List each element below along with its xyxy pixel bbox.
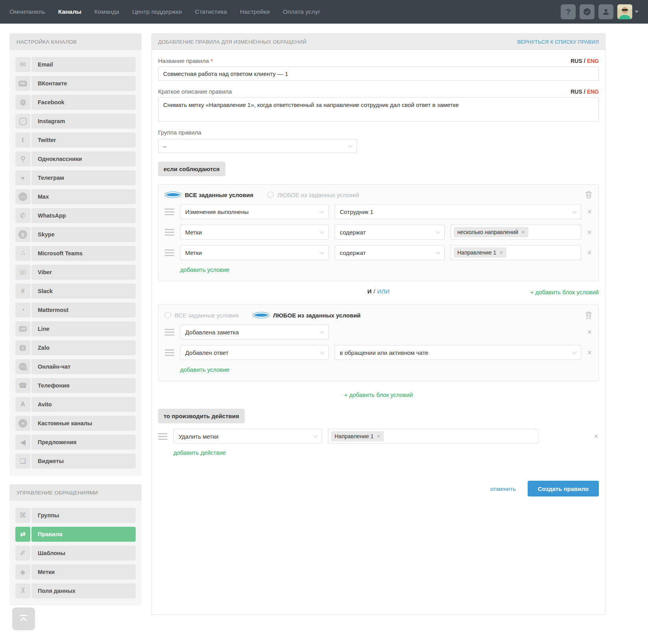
sidebar-item-custom-channels[interactable]: +Кастомные каналы (15, 416, 136, 431)
and-toggle[interactable]: И (367, 288, 372, 295)
sidebar-item-templates[interactable]: ✐Шаблоны (15, 546, 136, 561)
nav-item-support-center[interactable]: Центр поддержки (132, 8, 182, 15)
sidebar-item-skype[interactable]: SSkype (15, 227, 136, 242)
delete-block-button[interactable] (585, 311, 592, 319)
sidebar-item-mattermost[interactable]: ◔Mattermost (15, 303, 136, 317)
remove-condition-button[interactable]: ✕ (587, 229, 592, 236)
sidebar-item-telephony[interactable]: ☎Телефония (15, 378, 136, 393)
action-type-select[interactable]: Удалить метки (173, 429, 322, 444)
remove-action-button[interactable]: ✕ (594, 433, 599, 440)
condition-value-select[interactable]: Сотрудник 1 (335, 204, 581, 219)
rule-group-select[interactable]: – (158, 139, 357, 153)
help-button[interactable]: ? (561, 4, 576, 19)
sidebar-item-microsoft-teams[interactable]: ∴Microsoft Teams (15, 246, 136, 261)
remove-condition-button[interactable]: ✕ (587, 249, 592, 256)
remove-condition-button[interactable]: ✕ (587, 328, 592, 336)
back-to-rules-link[interactable]: ВЕРНУТЬСЯ К СПИСКУ ПРАВИЛ (517, 39, 599, 45)
sidebar-item-groups[interactable]: ⌘Группы (15, 508, 136, 523)
condition-type-select[interactable]: Метки (180, 225, 329, 240)
radio-off-icon (267, 192, 274, 198)
lang-rus-tab[interactable]: RUS (571, 58, 582, 64)
sidebar-item-rules[interactable]: ⇄Правила (15, 527, 136, 542)
rule-editor-header: ДОБАВЛЕНИЕ ПРАВИЛА ДЛЯ ИЗМЕНЁННЫХ ОБРАЩЕ… (152, 34, 605, 50)
radio-any-conditions[interactable]: ЛЮБОЕ из заданных условий (267, 192, 359, 198)
action-tags-field[interactable]: Направление 1 ✕ (328, 429, 538, 444)
condition-tags-field[interactable]: несколько направлений ✕ (451, 225, 581, 240)
lang-eng-tab[interactable]: ENG (587, 58, 599, 64)
profile-button[interactable] (598, 4, 613, 19)
sidebar-item-vkontakte[interactable]: VKВКонтакте (15, 76, 136, 91)
sidebar-item-slack[interactable]: #Slack (15, 284, 136, 299)
nav-item-settings[interactable]: Настройки (240, 8, 270, 15)
sidebar-item-widgets[interactable]: ❏Виджеты (15, 454, 136, 469)
condition-type-select[interactable]: Добавлен ответ (180, 345, 329, 360)
sidebar-item-viber[interactable]: ☏Viber (15, 265, 136, 280)
rule-name-input[interactable] (158, 66, 599, 81)
remove-condition-button[interactable]: ✕ (587, 208, 592, 216)
sidebar-item-facebook[interactable]: fFacebook (15, 95, 136, 110)
remove-condition-button[interactable]: ✕ (587, 349, 592, 356)
sidebar-item-offers[interactable]: ◀Предложения (15, 435, 136, 450)
sidebar-item-tags[interactable]: ◈Метки (15, 565, 136, 579)
condition-type-select[interactable]: Изменения выполнены (180, 204, 329, 219)
nav-item-statistics[interactable]: Статистика (195, 8, 227, 15)
sidebar-item-twitter[interactable]: tTwitter (15, 133, 136, 148)
mattermost-icon: ◔ (15, 303, 30, 317)
add-condition-block-link[interactable]: + добавить блок условий (530, 289, 599, 295)
nav-item-channels[interactable]: Каналы (58, 8, 81, 15)
remove-tag-icon[interactable]: ✕ (377, 434, 380, 439)
sidebar-item-online-chat[interactable]: ⋯Онлайн-чат (15, 359, 136, 374)
drag-handle[interactable] (158, 433, 168, 440)
radio-on-icon (165, 192, 181, 198)
remove-tag-icon[interactable]: ✕ (499, 251, 503, 255)
condition-operator-select[interactable]: содержат (335, 245, 445, 260)
sidebar-item-whatsapp[interactable]: ✆WhatsApp (15, 208, 136, 223)
condition-type-select[interactable]: Метки (180, 245, 329, 260)
rule-description-input[interactable]: Снимать метку «Направление 1», когда отв… (158, 97, 599, 122)
drag-handle[interactable] (165, 249, 174, 256)
tag-chip-label: Направление 1 (457, 250, 496, 255)
drag-handle[interactable] (165, 229, 174, 236)
remove-tag-icon[interactable]: ✕ (521, 230, 525, 234)
drag-handle[interactable] (165, 329, 174, 336)
sidebar-item-odnoklassniki[interactable]: ⚲Одноклассники (15, 151, 136, 166)
create-rule-button[interactable]: Создать правило (528, 481, 599, 496)
tag-chip-label: Направление 1 (335, 434, 374, 439)
sidebar-item-avito[interactable]: AAvito (15, 397, 136, 412)
sidebar-item-email[interactable]: ✉Email (15, 57, 136, 72)
status-badge-button[interactable] (580, 4, 595, 19)
add-condition-block-link[interactable]: + добавить блок условий (344, 391, 413, 398)
scroll-top-button[interactable] (12, 607, 35, 630)
nav-item-team[interactable]: Команда (94, 8, 119, 15)
add-action-link[interactable]: добавить действие (173, 449, 226, 456)
nav-item-omnipanel[interactable]: Омнипанель (9, 8, 45, 15)
sidebar-item-zalo[interactable]: ZZalo (15, 340, 136, 355)
radio-all-conditions[interactable]: ВСЕ заданные условия (165, 192, 253, 198)
condition-type-select[interactable]: Добавлена заметка (180, 325, 329, 340)
condition-operator-select[interactable]: содержат (335, 225, 445, 240)
delete-block-button[interactable] (585, 191, 592, 199)
nav-item-payment[interactable]: Оплата услуг (283, 8, 320, 15)
sidebar-item-telegram[interactable]: ➤Телеграм (15, 170, 136, 185)
add-condition-link[interactable]: добавить условие (180, 266, 230, 273)
drag-handle[interactable] (165, 349, 174, 356)
sidebar-item-max[interactable]: ⋯Max (15, 189, 136, 204)
cancel-button[interactable]: отменить (490, 485, 516, 492)
or-toggle[interactable]: ИЛИ (377, 288, 389, 295)
whatsapp-icon: ✆ (15, 208, 30, 223)
condition-value-select[interactable]: в обращении или активном чате (335, 345, 581, 360)
mattermost-glyph: ◔ (21, 306, 25, 314)
rule-editor-panel: ДОБАВЛЕНИЕ ПРАВИЛА ДЛЯ ИЗМЕНЁННЫХ ОБРАЩЕ… (151, 33, 606, 615)
radio-all-conditions[interactable]: ВСЕ заданные условия (165, 312, 239, 319)
lang-rus-tab[interactable]: RUS (571, 89, 582, 95)
condition-tags-field[interactable]: Направление 1 ✕ (451, 245, 581, 260)
radio-any-conditions[interactable]: ЛЮБОЕ из заданных условий (253, 312, 361, 319)
sidebar-item-label: Одноклассники (31, 151, 136, 166)
sidebar-item-line[interactable]: LINELine (15, 321, 136, 336)
drag-handle[interactable] (165, 209, 174, 215)
sidebar-item-data-fields[interactable]: ⊼Поля данных (15, 583, 136, 598)
add-condition-link[interactable]: добавить условие (180, 366, 230, 373)
lang-eng-tab[interactable]: ENG (587, 89, 599, 95)
account-menu[interactable] (617, 4, 639, 19)
sidebar-item-instagram[interactable]: ◦Instagram (15, 114, 136, 129)
